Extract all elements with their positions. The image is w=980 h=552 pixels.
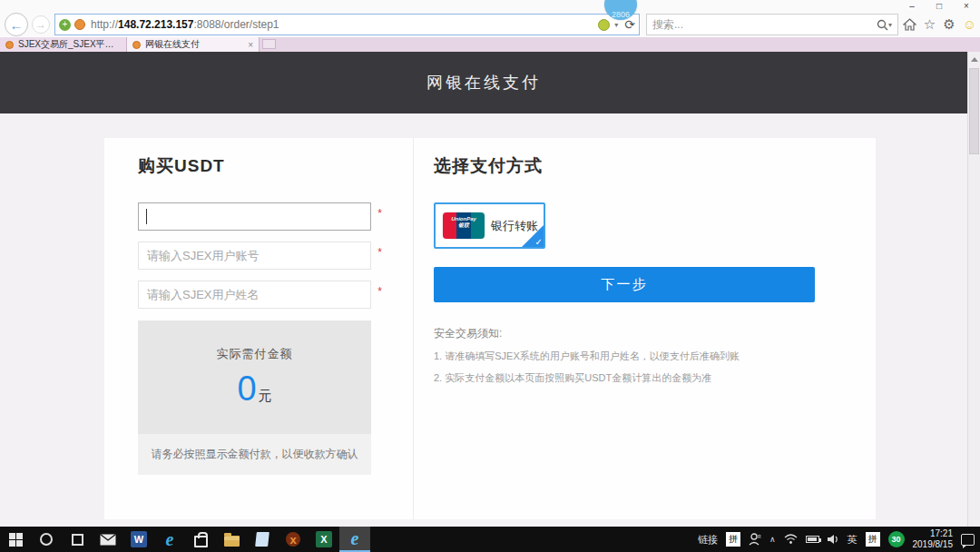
volume-icon[interactable] xyxy=(828,534,839,545)
payment-method-section: 选择支付方式 UnionPay银联 银行转账 ✓ 下一步 安全交易须知: 1. … xyxy=(434,154,824,385)
feedback-smiley-icon[interactable]: ☺ xyxy=(963,15,976,34)
store-button[interactable] xyxy=(185,527,216,552)
ime-language-indicator[interactable]: 英 xyxy=(848,533,858,547)
wifi-icon[interactable] xyxy=(784,534,798,545)
antivirus-badge[interactable]: 30 xyxy=(888,531,905,547)
action-center-icon[interactable] xyxy=(961,534,975,546)
excel-button[interactable]: X xyxy=(309,527,339,552)
settings-gear-icon[interactable]: ⚙ xyxy=(943,15,955,34)
security-zone-icon: + xyxy=(59,19,71,31)
payment-card: 购买USDT * * * 实际需付金额 0 xyxy=(104,138,876,519)
orange-app-button[interactable]: x xyxy=(278,527,309,552)
search-icon[interactable] xyxy=(877,19,888,31)
amount-unit: 元 xyxy=(259,388,272,405)
scrollbar-thumb[interactable] xyxy=(969,68,979,154)
file-explorer-button[interactable] xyxy=(216,527,247,552)
tab-bar: SJEX交易所_SJEX平台_Singa... 网银在线支付 × xyxy=(0,37,980,52)
name-input[interactable] xyxy=(138,281,371,309)
page-viewport: 网银在线支付 购买USDT * * * xyxy=(0,52,967,527)
account-input[interactable] xyxy=(138,242,371,270)
cortana-circle-icon xyxy=(40,533,53,546)
selected-check-icon: ✓ xyxy=(535,237,543,247)
task-view-button[interactable] xyxy=(62,527,93,552)
notes-app-button[interactable] xyxy=(247,527,278,552)
payment-method-unionpay[interactable]: UnionPay银联 银行转账 ✓ xyxy=(434,202,545,249)
svg-text:R: R xyxy=(758,534,761,539)
search-placeholder: 搜索... xyxy=(652,17,877,33)
amount-note: 请务必按照显示金额付款，以便收款方确认 xyxy=(138,434,371,475)
account-input-row: * xyxy=(138,242,371,270)
internet-explorer-button[interactable]: e xyxy=(339,527,370,552)
name-input-row: * xyxy=(138,281,371,309)
screen: – □ × ← → + http://148.72.213.157:8088/o… xyxy=(0,0,980,552)
amount-line: 0 元 xyxy=(237,370,271,409)
address-bar[interactable]: + http://148.72.213.157:8088/order/step1… xyxy=(54,14,640,35)
new-tab-button[interactable] xyxy=(262,39,276,49)
word-icon: W xyxy=(131,531,147,547)
amount-panel: 实际需付金额 0 元 xyxy=(138,320,371,434)
cortana-button[interactable] xyxy=(31,527,62,552)
people-icon[interactable]: R xyxy=(749,533,761,546)
search-dropdown-icon[interactable]: ▾ xyxy=(888,21,892,29)
favorites-star-icon[interactable]: ☆ xyxy=(924,15,936,34)
autocomplete-dropdown-icon[interactable]: ▾ xyxy=(614,21,618,29)
url-host: 148.72.213.157 xyxy=(118,18,193,31)
tab-online-payment[interactable]: 网银在线支付 × xyxy=(127,37,260,52)
tab-close-icon[interactable]: × xyxy=(248,40,253,50)
url-prefix: http:// xyxy=(91,18,118,31)
search-box[interactable]: 搜索... ▾ xyxy=(646,14,898,35)
required-asterisk: * xyxy=(377,207,382,220)
payment-section-title: 选择支付方式 xyxy=(434,154,824,178)
scroll-up-arrow-icon xyxy=(971,57,978,62)
amount-input-row: * xyxy=(138,202,371,231)
back-button[interactable]: ← xyxy=(5,13,28,36)
hidden-icons-chevron[interactable]: ∧ xyxy=(769,535,776,544)
notice-item-1: 1. 请准确填写SJEX系统的用户账号和用户姓名，以便支付后准确到账 xyxy=(434,350,824,363)
folder-icon xyxy=(224,536,240,547)
windows-logo-icon xyxy=(9,533,23,547)
tab-favicon xyxy=(5,41,14,49)
unionpay-logo: UnionPay银联 xyxy=(443,212,485,239)
edge-button[interactable]: e xyxy=(154,527,185,552)
edge-icon: e xyxy=(166,529,174,550)
required-asterisk: * xyxy=(377,285,382,298)
battery-icon[interactable] xyxy=(806,536,819,543)
ime-badge-icon[interactable]: 拼 xyxy=(726,532,740,547)
browser-toolbar-icons: ☆ ⚙ ☺ xyxy=(903,15,976,34)
search-provider-icon[interactable] xyxy=(598,19,610,31)
scrollbar-up-button[interactable] xyxy=(968,52,980,66)
page-title: 网银在线支付 xyxy=(426,72,541,94)
buy-usdt-section: 购买USDT * * * 实际需付金额 0 xyxy=(138,154,406,475)
navigation-bar: ← → + http://148.72.213.157:8088/order/s… xyxy=(0,12,980,37)
required-asterisk: * xyxy=(377,246,382,259)
url-text[interactable]: http://148.72.213.157:8088/order/step1 xyxy=(91,18,598,31)
tab-label: 网银在线支付 xyxy=(145,38,242,51)
notes-icon xyxy=(255,532,270,547)
notice-item-2: 2. 实际支付金额以本页面按照购买USDT金额计算出的金额为准 xyxy=(434,371,824,385)
unionpay-brand-text: UnionPay xyxy=(451,216,476,222)
site-favicon xyxy=(74,19,85,30)
tab-favicon xyxy=(132,41,141,49)
task-view-icon xyxy=(72,534,83,546)
links-toolbar-label[interactable]: 链接 xyxy=(698,533,718,547)
amount-value: 0 xyxy=(237,370,256,409)
amount-input[interactable] xyxy=(138,202,371,231)
clock[interactable]: 17:21 2019/8/15 xyxy=(913,528,954,550)
next-step-button[interactable]: 下一步 xyxy=(434,267,815,302)
browser-chrome: – □ × ← → + http://148.72.213.157:8088/o… xyxy=(0,0,980,37)
store-bag-icon xyxy=(194,536,208,547)
word-button[interactable]: W xyxy=(123,527,154,552)
clock-date: 2019/8/15 xyxy=(913,539,954,550)
tab-sjex-exchange[interactable]: SJEX交易所_SJEX平台_Singa... xyxy=(0,37,127,52)
ime-badge-icon-2[interactable]: 拼 xyxy=(866,532,880,547)
start-button[interactable] xyxy=(0,527,31,552)
mail-button[interactable] xyxy=(93,527,123,552)
vertical-scrollbar[interactable] xyxy=(967,52,980,527)
orange-app-icon: x xyxy=(286,532,300,547)
home-icon[interactable] xyxy=(903,18,916,31)
clock-time: 17:21 xyxy=(913,528,954,539)
notice-title: 安全交易须知: xyxy=(434,326,824,341)
system-tray: 链接 拼 R ∧ 英 拼 30 17:21 2019/8/15 xyxy=(698,527,980,552)
forward-button[interactable]: → xyxy=(32,15,50,34)
url-path: :8088/order/step1 xyxy=(193,18,279,31)
